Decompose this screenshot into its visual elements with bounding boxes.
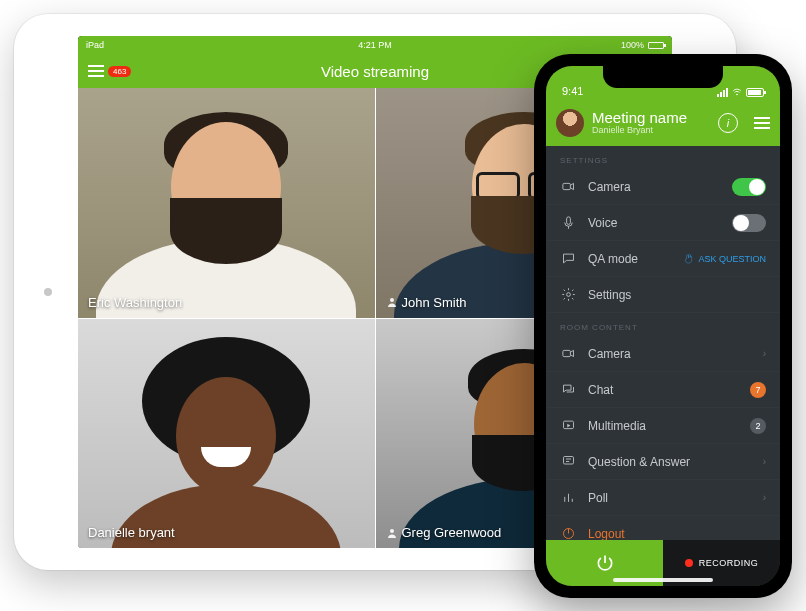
- row-label: Chat: [588, 383, 738, 397]
- ipad-status-bar: iPad 4:21 PM 100%: [78, 36, 672, 54]
- participant-name: Greg Greenwood: [402, 525, 502, 540]
- svg-point-8: [566, 293, 570, 297]
- hamburger-icon: [754, 117, 770, 129]
- svg-rect-6: [566, 217, 570, 225]
- row-label: Settings: [588, 288, 766, 302]
- chat-badge: 7: [750, 382, 766, 398]
- home-indicator[interactable]: [613, 578, 713, 582]
- row-label: Poll: [588, 491, 751, 505]
- chevron-right-icon: ›: [763, 492, 766, 503]
- svg-rect-9: [562, 350, 570, 356]
- row-label: Voice: [588, 216, 720, 230]
- qa-icon: [560, 454, 576, 470]
- row-label: Multimedia: [588, 419, 738, 433]
- svg-point-2: [390, 298, 394, 302]
- row-chat[interactable]: Chat 7: [546, 372, 780, 408]
- participant-name: Eric Washington: [88, 295, 182, 310]
- hamburger-icon: [88, 65, 104, 77]
- svg-point-3: [390, 529, 394, 533]
- chat-bubble-icon: [560, 251, 576, 267]
- page-title: Video streaming: [321, 63, 429, 80]
- ipad-camera-dot: [44, 288, 52, 296]
- clock-label: 4:21 PM: [358, 40, 392, 50]
- microphone-icon: [560, 215, 576, 231]
- row-poll[interactable]: Poll ›: [546, 480, 780, 516]
- row-voice-toggle[interactable]: Voice: [546, 205, 780, 241]
- iphone-notch: [603, 66, 723, 88]
- camera-icon: [560, 179, 576, 195]
- video-tile[interactable]: Eric Washington: [78, 88, 375, 318]
- hand-icon: [683, 253, 694, 264]
- row-settings[interactable]: Settings: [546, 277, 780, 313]
- record-dot-icon: [685, 559, 693, 567]
- row-qa[interactable]: Question & Answer ›: [546, 444, 780, 480]
- iphone-device: 9:41 Meeting name Danielle Bryant i SETT…: [534, 54, 792, 598]
- row-room-camera[interactable]: Camera ›: [546, 336, 780, 372]
- gear-icon: [560, 287, 576, 303]
- section-header-room: ROOM CONTENT: [546, 313, 780, 336]
- participant-name: John Smith: [402, 295, 467, 310]
- row-label: Logout: [588, 527, 766, 541]
- row-multimedia[interactable]: Multimedia 2: [546, 408, 780, 444]
- clock-label: 9:41: [562, 85, 583, 97]
- camera-icon: [560, 346, 576, 362]
- carrier-label: iPad: [86, 40, 104, 50]
- battery-percent: 100%: [621, 40, 644, 50]
- row-camera-toggle[interactable]: Camera: [546, 169, 780, 205]
- power-icon: [560, 526, 576, 541]
- svg-point-4: [737, 94, 738, 95]
- wifi-icon: [732, 87, 742, 97]
- svg-rect-11: [563, 457, 573, 465]
- svg-rect-5: [562, 183, 570, 189]
- meeting-subtitle: Danielle Bryant: [592, 126, 710, 135]
- signal-icon: [717, 88, 728, 97]
- iphone-screen: 9:41 Meeting name Danielle Bryant i SETT…: [546, 66, 780, 586]
- multimedia-icon: [560, 418, 576, 434]
- section-header-settings: SETTINGS: [546, 146, 780, 169]
- participant-name: Danielle bryant: [88, 525, 175, 540]
- info-button[interactable]: i: [718, 113, 738, 133]
- poll-icon: [560, 490, 576, 506]
- row-label: Camera: [588, 347, 751, 361]
- battery-icon: [746, 88, 764, 97]
- avatar[interactable]: [556, 109, 584, 137]
- row-logout[interactable]: Logout: [546, 516, 780, 540]
- meeting-title: Meeting name: [592, 110, 710, 126]
- multimedia-badge: 2: [750, 418, 766, 434]
- menu-button[interactable]: 463: [88, 65, 131, 77]
- power-icon: [595, 553, 615, 573]
- ask-question-link[interactable]: ASK QUESTION: [683, 253, 766, 264]
- row-label: Question & Answer: [588, 455, 751, 469]
- row-label: QA mode: [588, 252, 671, 266]
- chevron-right-icon: ›: [763, 348, 766, 359]
- settings-list: SETTINGS Camera Voice QA mode ASK QUESTI…: [546, 146, 780, 540]
- recording-label: RECORDING: [699, 558, 759, 568]
- notification-badge: 463: [108, 66, 131, 77]
- video-tile[interactable]: Danielle bryant: [78, 319, 375, 549]
- toggle-camera[interactable]: [732, 178, 766, 196]
- user-icon: [386, 527, 398, 539]
- row-label: Camera: [588, 180, 720, 194]
- chevron-right-icon: ›: [763, 456, 766, 467]
- toggle-voice[interactable]: [732, 214, 766, 232]
- meeting-header: Meeting name Danielle Bryant i: [546, 100, 780, 146]
- menu-button[interactable]: [754, 117, 770, 129]
- user-icon: [386, 296, 398, 308]
- battery-icon: [648, 42, 664, 49]
- row-qa-mode[interactable]: QA mode ASK QUESTION: [546, 241, 780, 277]
- chat-icon: [560, 382, 576, 398]
